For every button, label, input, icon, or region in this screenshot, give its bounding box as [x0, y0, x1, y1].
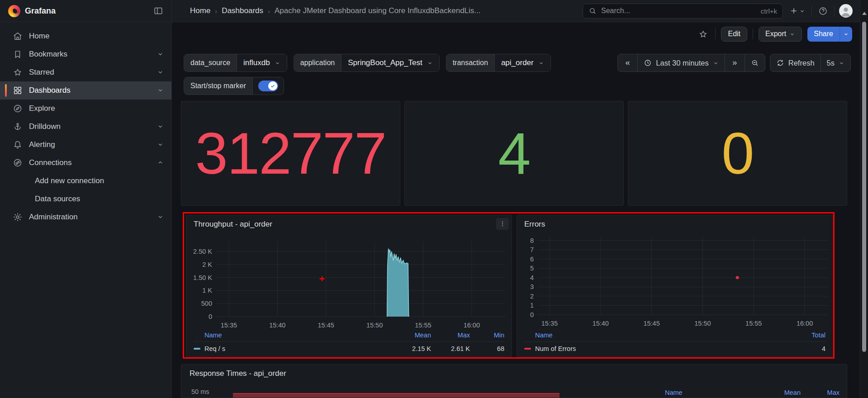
sidebar-item-connections[interactable]: Connections — [0, 154, 171, 172]
mega-menu-toggle-icon[interactable] — [152, 4, 165, 18]
series-name[interactable]: Num of Errors — [535, 345, 794, 352]
breadcrumb-home[interactable]: Home — [190, 6, 210, 15]
zoom-out-button[interactable] — [745, 54, 765, 71]
search-box[interactable]: ctrl+k — [583, 4, 783, 19]
search-input[interactable] — [600, 6, 757, 15]
favorite-star-icon[interactable] — [697, 28, 710, 41]
legend-header-mean[interactable]: Mean — [728, 389, 801, 396]
stat-threads-value: 4 — [498, 124, 530, 183]
nav-actions: ctrl+k — [583, 4, 868, 19]
chevron-down-icon[interactable] — [157, 51, 164, 58]
variable-label: transaction — [446, 54, 495, 71]
y-axis-tick-label: 50 ms — [191, 388, 209, 395]
nav-divider — [834, 5, 835, 16]
series-name[interactable]: Req / s — [204, 345, 389, 352]
start-stop-marker-control: Start/stop marker — [184, 77, 284, 95]
chevron-down-icon[interactable] — [157, 87, 164, 94]
scrollbar-up-arrow-icon[interactable] — [862, 12, 867, 15]
legend-header-max[interactable]: Max — [431, 332, 470, 339]
drilldown-anchor-icon — [13, 122, 23, 132]
chevron-down-icon — [427, 60, 433, 66]
page-scrollbar[interactable] — [860, 0, 868, 398]
search-icon — [588, 7, 597, 15]
sidebar-item-label: Alerting — [29, 140, 55, 149]
svg-text:7: 7 — [530, 246, 534, 253]
application-select[interactable]: SpringBoot_App_Test — [342, 54, 439, 71]
sidebar-item-dashboards[interactable]: Dashboards — [0, 81, 171, 100]
svg-text:15:35: 15:35 — [541, 320, 558, 327]
series-color-swatch — [524, 348, 531, 350]
time-range-group: Last 30 minutes — [617, 54, 765, 72]
new-item-button[interactable] — [787, 5, 807, 17]
panel-title[interactable]: Response Times - api_order — [190, 369, 286, 378]
sidebar-mega-menu: HomeBookmarksStarredDashboardsExploreDri… — [0, 22, 172, 398]
legend-header-name[interactable]: Name — [535, 332, 794, 339]
time-shift-back-button[interactable] — [618, 54, 637, 71]
share-button[interactable]: Share — [807, 27, 840, 42]
errors-chart: 01234567815:3515:4015:4515:5015:5516:00 — [517, 215, 834, 333]
legend-row-req-s[interactable]: Req / s 2.15 K 2.61 K 68 — [194, 341, 504, 353]
throughput-legend: Name Mean Max Min Req / s 2.15 K 2.61 K … — [194, 331, 504, 353]
scrollbar-thumb[interactable] — [862, 22, 866, 352]
help-icon[interactable] — [816, 5, 830, 18]
legend-header-max[interactable]: Max — [801, 389, 840, 396]
toggle-switch[interactable] — [258, 81, 278, 91]
svg-text:4: 4 — [530, 274, 534, 281]
edit-button[interactable]: Edit — [721, 27, 747, 42]
panel-menu-kebab-icon[interactable] — [496, 218, 509, 230]
sidebar-item-bookmarks[interactable]: Bookmarks — [0, 45, 171, 63]
chevron-down-icon — [538, 60, 544, 66]
sidebar-item-home[interactable]: Home — [0, 27, 171, 45]
svg-text:15:55: 15:55 — [745, 320, 762, 327]
sidebar-item-label: Drilldown — [29, 122, 61, 131]
share-options-chevron-icon[interactable] — [840, 27, 852, 42]
marker-toggle[interactable] — [253, 77, 284, 95]
svg-text:16:00: 16:00 — [797, 320, 813, 327]
sidebar-item-add-new-connection[interactable]: Add new connection — [0, 172, 171, 190]
time-range-picker[interactable]: Last 30 minutes — [637, 54, 724, 71]
legend-row-errors[interactable]: Num of Errors 4 — [524, 341, 825, 353]
chevron-down-icon[interactable] — [157, 69, 164, 76]
svg-text:15:45: 15:45 — [318, 322, 334, 329]
data-source-select[interactable]: influxdb — [237, 54, 287, 71]
svg-text:2.50 K: 2.50 K — [193, 248, 212, 255]
legend-header-total[interactable]: Total — [794, 332, 825, 339]
sidebar-item-alerting[interactable]: Alerting — [0, 136, 171, 154]
sidebar-item-starred[interactable]: Starred — [0, 63, 171, 81]
legend-header-name[interactable]: Name — [204, 332, 389, 339]
sidebar-item-drilldown[interactable]: Drilldown — [0, 118, 171, 136]
sidebar-item-label: Explore — [29, 104, 55, 113]
export-button[interactable]: Export — [759, 27, 802, 42]
chevron-down-icon[interactable] — [157, 141, 164, 148]
sidebar-item-label: Home — [29, 32, 49, 41]
stat-errors-value: 0 — [721, 124, 753, 183]
nav-brand-section: Grafana — [0, 0, 172, 22]
svg-text:6: 6 — [530, 256, 534, 263]
chevron-down-icon — [799, 8, 805, 14]
refresh-interval-select[interactable]: 5s — [821, 54, 850, 71]
compass-icon — [13, 104, 23, 114]
refresh-button[interactable]: Refresh — [770, 54, 821, 71]
clock-icon — [644, 59, 652, 67]
sidebar-item-explore[interactable]: Explore — [0, 100, 171, 118]
time-shift-forward-button[interactable] — [725, 54, 745, 71]
user-avatar[interactable] — [839, 4, 853, 18]
breadcrumb-dashboards[interactable]: Dashboards — [222, 6, 263, 15]
panel-title[interactable]: Throughput - api_order — [194, 220, 272, 229]
sidebar-item-data-sources[interactable]: Data sources — [0, 190, 171, 208]
chevron-up-icon[interactable] — [157, 159, 164, 166]
legend-header-mean[interactable]: Mean — [389, 332, 431, 339]
svg-text:1: 1 — [530, 302, 534, 309]
panel-title[interactable]: Errors — [524, 220, 545, 229]
sidebar-item-administration[interactable]: Administration — [0, 208, 171, 226]
brand-name: Grafana — [25, 6, 152, 16]
home-icon — [13, 31, 23, 41]
chevron-down-icon[interactable] — [157, 213, 164, 221]
transaction-select[interactable]: api_order — [495, 54, 550, 71]
stat-requests-panel: 312777 — [181, 101, 400, 206]
legend-header-name[interactable]: Name — [665, 389, 728, 396]
legend-headers: Name Total — [524, 331, 825, 341]
chevron-down-icon[interactable] — [157, 123, 164, 130]
sidebar-item-label: Administration — [29, 213, 78, 222]
legend-header-min[interactable]: Min — [470, 332, 504, 339]
